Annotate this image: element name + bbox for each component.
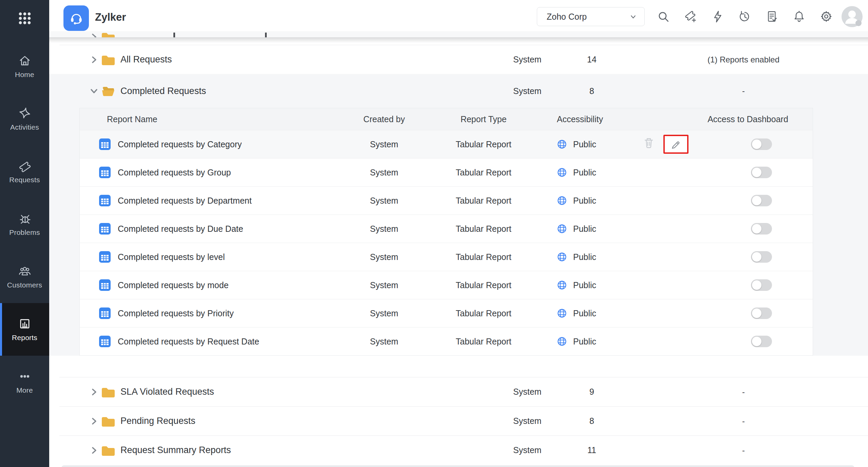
- sidebar-item-home[interactable]: Home: [0, 40, 49, 93]
- dashboard-toggle-off[interactable]: [751, 138, 772, 150]
- globe-icon: [557, 195, 567, 206]
- folder-row-all-requests[interactable]: All Requests System 14 (1) Reports enabl…: [49, 45, 868, 74]
- app-launcher-icon[interactable]: [0, 0, 49, 37]
- chevron-right-icon[interactable]: [87, 416, 101, 427]
- zylker-logo[interactable]: [63, 5, 89, 31]
- report-accessibility: Public: [573, 168, 596, 178]
- tabular-report-icon: [99, 279, 111, 291]
- notifications-bell-icon[interactable]: [792, 10, 806, 24]
- headset-icon: [69, 10, 84, 26]
- report-name[interactable]: Completed requests by Group: [118, 168, 231, 178]
- report-name[interactable]: Completed requests by mode: [118, 280, 229, 290]
- report-type: Tabular Report: [424, 196, 543, 206]
- folder-row-request-summary-reports[interactable]: Request Summary Reports System 11 -: [49, 436, 868, 465]
- dashboard-toggle-off[interactable]: [751, 167, 772, 178]
- sidebar-item-label: Requests: [9, 176, 40, 184]
- table-row[interactable]: Completed requests by Request Date Syste…: [80, 327, 813, 355]
- report-accessibility: Public: [573, 196, 596, 206]
- feedback-icon[interactable]: [765, 10, 779, 24]
- folder-created-by: System: [490, 387, 565, 397]
- tabular-report-icon: [99, 194, 111, 207]
- dashboard-toggle-off[interactable]: [751, 223, 772, 235]
- col-report-name: Report Name: [80, 114, 344, 124]
- folder-row-sla-violated-requests[interactable]: SLA Violated Requests System 9 -: [49, 377, 868, 406]
- report-name[interactable]: Completed requests by Category: [118, 139, 242, 149]
- folder-report-count: 8: [565, 416, 619, 426]
- globe-icon: [557, 167, 567, 178]
- sidebar: Home Activities Requests: [0, 0, 49, 467]
- report-type: Tabular Report: [424, 168, 543, 178]
- dashboard-toggle-off[interactable]: [751, 336, 772, 347]
- folder-name[interactable]: Request Summary Reports: [120, 445, 490, 455]
- chevron-right-icon[interactable]: [87, 387, 101, 397]
- pencil-icon: [669, 138, 682, 151]
- folder-row-completed-requests[interactable]: Completed Requests System 8 -: [49, 74, 868, 108]
- tabular-report-icon: [99, 138, 111, 150]
- edit-report-button-highlighted[interactable]: [663, 135, 688, 154]
- report-name[interactable]: Completed requests by Priority: [118, 309, 234, 318]
- user-avatar[interactable]: [842, 6, 863, 27]
- folder-report-count: 9: [565, 387, 619, 397]
- report-name[interactable]: Completed requests by Request Date: [118, 337, 259, 347]
- servicedesk-app: Home Activities Requests: [0, 0, 868, 467]
- sidebar-item-customers[interactable]: Customers: [0, 250, 49, 303]
- grid-dots-icon: [17, 11, 33, 26]
- folder-report-count: 11: [565, 445, 619, 455]
- table-row[interactable]: Completed requests by Group System Tabul…: [80, 158, 813, 186]
- report-name[interactable]: Completed requests by Due Date: [118, 224, 243, 234]
- table-row[interactable]: Completed requests by level System Tabul…: [80, 243, 813, 271]
- quick-actions-icon[interactable]: [711, 10, 725, 24]
- table-row[interactable]: Completed requests by Priority System Ta…: [80, 299, 813, 327]
- sidebar-item-problems[interactable]: Problems: [0, 198, 49, 250]
- clipped-row-text-fragment: [173, 33, 175, 37]
- sidebar-item-more[interactable]: More: [0, 356, 49, 408]
- report-created-by: System: [344, 224, 424, 234]
- dashboard-toggle-off[interactable]: [751, 279, 772, 291]
- home-icon: [18, 54, 31, 67]
- folder-dashboard-status: -: [619, 446, 868, 455]
- folder-icon: [101, 386, 120, 398]
- chevron-right-icon[interactable]: [87, 445, 101, 456]
- chevron-right-icon[interactable]: [87, 54, 101, 65]
- sidebar-item-activities[interactable]: Activities: [0, 93, 49, 145]
- chevron-right-icon: [87, 32, 101, 38]
- report-type: Tabular Report: [424, 224, 543, 234]
- dashboard-toggle-off[interactable]: [751, 195, 772, 206]
- history-icon[interactable]: [738, 10, 752, 24]
- folder-created-by: System: [490, 86, 565, 96]
- folder-created-by: System: [490, 55, 565, 64]
- report-name[interactable]: Completed requests by Department: [118, 196, 252, 206]
- folder-created-by: System: [490, 416, 565, 426]
- report-accessibility: Public: [573, 252, 596, 262]
- table-row[interactable]: Completed requests by Due Date System Ta…: [80, 214, 813, 243]
- org-selector-dropdown[interactable]: Zoho Corp: [537, 7, 645, 26]
- table-row[interactable]: Completed requests by Category System Ta…: [80, 130, 813, 158]
- report-name[interactable]: Completed requests by level: [118, 252, 225, 262]
- table-row[interactable]: Completed requests by Department System …: [80, 186, 813, 214]
- folder-row-pending-requests[interactable]: Pending Requests System 8 -: [49, 407, 868, 435]
- bug-icon: [18, 212, 31, 225]
- clipped-row-text-fragment: [265, 33, 267, 37]
- folder-name[interactable]: SLA Violated Requests: [120, 387, 490, 397]
- folder-name[interactable]: Completed Requests: [120, 86, 490, 96]
- globe-icon: [557, 280, 567, 290]
- search-icon[interactable]: [656, 10, 671, 24]
- globe-icon: [557, 308, 567, 318]
- folder-name[interactable]: Pending Requests: [120, 416, 490, 426]
- folder-name[interactable]: All Requests: [120, 54, 490, 65]
- sidebar-item-label: Activities: [10, 123, 39, 131]
- dashboard-toggle-off[interactable]: [751, 307, 772, 319]
- folder-report-count: 8: [565, 86, 619, 96]
- settings-gear-icon[interactable]: [819, 10, 833, 24]
- add-ticket-icon[interactable]: [683, 10, 698, 24]
- toggle-knob: [752, 280, 761, 290]
- table-row[interactable]: Completed requests by mode System Tabula…: [80, 271, 813, 299]
- header-drop-shadow: [49, 37, 868, 43]
- horizontal-scrollbar[interactable]: [61, 465, 854, 467]
- chevron-down-icon[interactable]: [87, 86, 101, 96]
- toggle-knob: [752, 224, 761, 234]
- dashboard-toggle-off[interactable]: [751, 251, 772, 263]
- sidebar-item-reports[interactable]: Reports: [0, 303, 49, 356]
- sidebar-item-requests[interactable]: Requests: [0, 145, 49, 198]
- delete-report-button[interactable]: [642, 137, 655, 152]
